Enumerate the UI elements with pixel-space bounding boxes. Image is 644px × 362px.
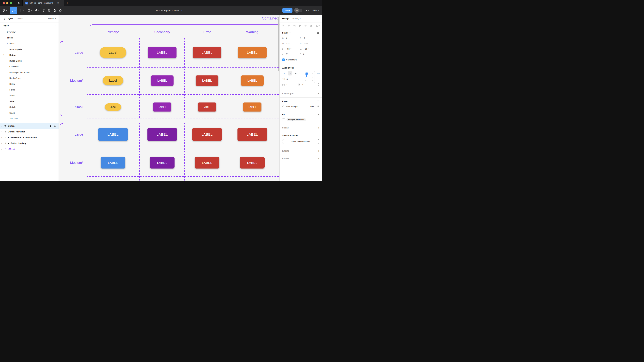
canvas-button-label[interactable]: LABEL bbox=[238, 128, 267, 141]
fill-color-swatch[interactable] bbox=[282, 118, 285, 121]
hug-horizontal-select[interactable]: Hug bbox=[286, 48, 290, 50]
independent-corners-icon[interactable] bbox=[317, 53, 319, 55]
individual-padding-icon[interactable] bbox=[317, 83, 319, 86]
blend-mode-icon[interactable] bbox=[317, 100, 319, 103]
page-item-button[interactable]: ✓Button bbox=[0, 52, 58, 58]
canvas-button-label[interactable]: LABEL bbox=[238, 47, 266, 58]
layer-row-iconbutton-account-menu[interactable]: ▸#▶IconButton: account menu bbox=[0, 135, 58, 140]
lock-open-icon[interactable] bbox=[50, 124, 52, 127]
canvas-button-label[interactable]: LABEL bbox=[198, 103, 216, 112]
text-tool-button[interactable] bbox=[42, 7, 46, 14]
canvas-button-label[interactable]: LABEL bbox=[196, 75, 218, 86]
search-icon[interactable] bbox=[3, 18, 5, 20]
distribute-icon[interactable] bbox=[316, 25, 318, 27]
align-h-center-icon[interactable] bbox=[288, 25, 290, 27]
align-left-icon[interactable] bbox=[282, 25, 284, 27]
layout-wrap-button[interactable]: ↩ bbox=[294, 71, 298, 75]
canvas-button-label[interactable]: LABEL bbox=[243, 103, 262, 112]
canvas-button-label[interactable]: Label bbox=[100, 47, 126, 58]
layout-horizontal-button[interactable]: → bbox=[288, 71, 292, 75]
move-tool-button[interactable] bbox=[10, 7, 17, 14]
auto-layout-more-button[interactable]: ••• bbox=[317, 73, 320, 75]
present-button[interactable] bbox=[305, 9, 309, 12]
canvas[interactable]: Contained Primary*SecondaryErrorWarningL… bbox=[59, 15, 280, 181]
main-menu-button[interactable] bbox=[1, 7, 8, 14]
styles-icon[interactable] bbox=[314, 114, 316, 116]
page-item-text-field[interactable]: Text Field bbox=[0, 116, 58, 122]
expand-chevron-icon[interactable]: ▸ bbox=[2, 137, 2, 138]
page-item-overview[interactable]: Overview bbox=[0, 29, 58, 35]
frame-section-title[interactable]: Frame bbox=[282, 32, 288, 34]
tab-layers[interactable]: Layers bbox=[6, 18, 13, 20]
canvas-button-label[interactable]: LABEL bbox=[148, 128, 177, 141]
canvas-button-label[interactable]: LABEL bbox=[100, 157, 125, 169]
resources-tool-button[interactable] bbox=[47, 7, 52, 14]
comment-tool-button[interactable] bbox=[58, 7, 63, 14]
page-item-floating-action-button[interactable]: Floating Action Button bbox=[0, 70, 58, 75]
y-field[interactable]: 0 bbox=[304, 37, 305, 39]
hug-vertical-select[interactable]: Hug bbox=[304, 48, 307, 50]
close-tab-icon[interactable]: ✕ bbox=[57, 2, 59, 4]
layer-row--menu-[interactable]: ▸◇<Menu> bbox=[0, 146, 58, 152]
width-field[interactable]: 4541 bbox=[286, 42, 290, 45]
page-item-slider[interactable]: Slider bbox=[0, 98, 58, 104]
align-v-center-icon[interactable] bbox=[304, 25, 307, 27]
expand-chevron-icon[interactable]: ▸ bbox=[2, 131, 2, 133]
layer-row-button-loading[interactable]: ▸#▶Button: loading bbox=[0, 140, 58, 146]
vertical-padding-field[interactable]: 0 bbox=[302, 84, 303, 86]
collapse-icon[interactable] bbox=[317, 32, 319, 34]
fill-token-chip[interactable]: background/default bbox=[286, 118, 306, 121]
blend-mode-select[interactable]: Pass through bbox=[286, 105, 298, 108]
canvas-button-label[interactable]: Label bbox=[105, 103, 121, 111]
height-field[interactable]: 2672 bbox=[304, 42, 308, 45]
frame-tool-button[interactable] bbox=[19, 7, 26, 14]
add-export-button[interactable]: + bbox=[318, 157, 319, 160]
canvas-button-label[interactable]: LABEL bbox=[151, 75, 174, 86]
page-item-rating[interactable]: Rating bbox=[0, 81, 58, 87]
rotation-field[interactable]: 0° bbox=[286, 53, 288, 56]
page-item-button-group[interactable]: Button Group bbox=[0, 58, 58, 64]
page-item-radio-group[interactable]: Radio Group bbox=[0, 75, 58, 81]
page-item-autocomplete[interactable]: Autocomplete bbox=[0, 46, 58, 52]
canvas-button-label[interactable]: LABEL bbox=[98, 128, 128, 141]
show-selection-colors-button[interactable]: Show selection colors bbox=[282, 139, 319, 144]
canvas-button-label[interactable]: LABEL bbox=[148, 47, 176, 58]
page-item-switch[interactable]: Switch bbox=[0, 104, 58, 110]
layout-vertical-button[interactable]: ↓ bbox=[282, 71, 286, 75]
canvas-scrollbar[interactable] bbox=[278, 17, 279, 71]
page-item-inputs[interactable]: ↓Inputs bbox=[0, 41, 58, 46]
eye-icon[interactable] bbox=[317, 106, 319, 107]
chevron-down-icon[interactable] bbox=[289, 33, 291, 33]
canvas-button-label[interactable]: LABEL bbox=[195, 157, 220, 169]
home-button[interactable] bbox=[15, 0, 22, 6]
canvas-button-label[interactable]: LABEL bbox=[193, 47, 222, 58]
clip-content-checkbox[interactable]: ✓ Clip content bbox=[282, 57, 319, 62]
layer-row-button[interactable]: ▸Button bbox=[0, 123, 58, 129]
dev-mode-toggle[interactable]: </> bbox=[295, 9, 302, 12]
corner-radius-field[interactable]: 0 bbox=[303, 53, 304, 56]
align-right-icon[interactable] bbox=[293, 25, 296, 27]
align-top-icon[interactable] bbox=[299, 25, 301, 27]
zoom-menu[interactable]: 181% bbox=[312, 9, 319, 12]
canvas-button-label[interactable]: Label bbox=[102, 76, 124, 85]
align-bottom-icon[interactable] bbox=[310, 25, 312, 27]
expand-chevron-icon[interactable]: ▸ bbox=[2, 142, 2, 144]
window-overflow-menu[interactable]: • • • bbox=[310, 0, 322, 6]
new-tab-button[interactable]: + bbox=[64, 1, 71, 5]
add-layout-grid-button[interactable]: + bbox=[318, 92, 319, 95]
shape-tool-button[interactable] bbox=[26, 7, 33, 14]
opacity-field[interactable]: 100% bbox=[309, 105, 314, 108]
add-stroke-button[interactable]: + bbox=[318, 126, 319, 129]
canvas-button-label[interactable]: LABEL bbox=[241, 75, 264, 86]
file-tab[interactable]: MUI for Figma - Material UI ✕ bbox=[22, 0, 64, 6]
canvas-button-label[interactable]: LABEL bbox=[192, 128, 222, 141]
expand-chevron-icon[interactable]: ▸ bbox=[2, 148, 2, 150]
tab-design[interactable]: Design bbox=[282, 18, 289, 20]
horizontal-padding-field[interactable]: 0 bbox=[286, 84, 287, 86]
add-fill-button[interactable]: + bbox=[318, 113, 319, 116]
canvas-button-label[interactable]: LABEL bbox=[150, 157, 174, 169]
remove-fill-button[interactable]: — bbox=[317, 118, 319, 121]
gap-field[interactable]: 0 bbox=[286, 78, 288, 80]
canvas-button-label[interactable]: LABEL bbox=[153, 103, 172, 112]
layer-row-button-full-width[interactable]: ▸#Button: full width bbox=[0, 129, 58, 135]
